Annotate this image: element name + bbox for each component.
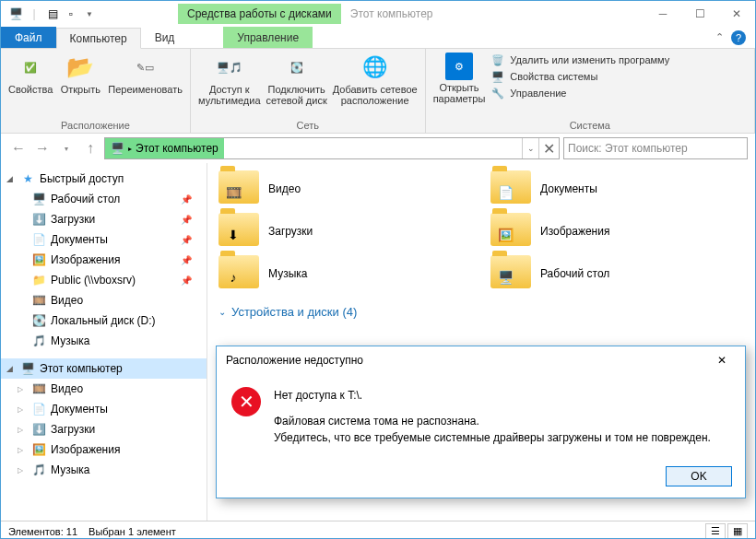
open-button[interactable]: 📂 Открыть: [58, 53, 102, 118]
expander-icon[interactable]: ▷: [18, 385, 27, 393]
sidebar-item[interactable]: ▷⬇️Загрузки: [1, 419, 207, 439]
ribbon: ✅ Свойства 📂 Открыть ✎▭ Переименовать Ра…: [1, 49, 755, 134]
sidebar-item[interactable]: 🎞️Видео: [1, 290, 207, 311]
pin-icon: 📌: [181, 235, 192, 245]
tab-computer[interactable]: Компьютер: [56, 28, 141, 49]
folder-item[interactable]: 🖼️Изображения: [490, 213, 744, 250]
minimize-button[interactable]: ─: [644, 1, 681, 27]
tab-view[interactable]: Вид: [141, 27, 189, 48]
open-settings-button[interactable]: ⚙ Открыть параметры: [433, 53, 486, 118]
map-drive-button[interactable]: 💽 Подключить сетевой диск: [266, 53, 327, 118]
breadcrumb[interactable]: 🖥️ ▸ Этот компьютер: [105, 138, 224, 158]
map-drive-icon: 💽: [282, 53, 312, 82]
folder-icon: 📄: [490, 170, 531, 204]
sidebar-item[interactable]: 💽Локальный диск (D:): [1, 311, 207, 331]
selected-count: Выбран 1 элемент: [89, 526, 176, 537]
sidebar-item[interactable]: 🖼️Изображения📌: [1, 250, 207, 270]
contextual-tab-title: Средства работы с дисками: [178, 4, 341, 24]
up-button[interactable]: ↑: [80, 138, 100, 158]
details-view-button[interactable]: ☰: [705, 523, 726, 540]
icons-view-button[interactable]: ▦: [727, 523, 748, 540]
expander-icon[interactable]: ▷: [18, 405, 27, 414]
sidebar-item[interactable]: ⬇️Загрузки📌: [1, 209, 207, 229]
recent-dropdown[interactable]: ▾: [56, 138, 77, 158]
open-icon: 📂: [65, 53, 95, 82]
rename-icon: ✎▭: [131, 53, 160, 82]
sidebar-quick-access[interactable]: ◢ ★ Быстрый доступ: [1, 169, 207, 189]
sidebar-item-label: Музыка: [51, 334, 89, 347]
folder-label: Загрузки: [268, 225, 313, 238]
folder-item[interactable]: ⬇Загрузки: [219, 213, 472, 250]
media-access-button[interactable]: 🖥️🎵 Доступ к мультимедиа: [198, 53, 261, 118]
documents-icon: 📄: [31, 402, 46, 416]
ok-button[interactable]: OK: [666, 466, 732, 486]
thispc-icon: 🖥️: [111, 142, 124, 155]
qat-new-icon[interactable]: ▫: [64, 6, 78, 21]
address-bar[interactable]: 🖥️ ▸ Этот компьютер ⌄ ✕: [104, 137, 560, 159]
refresh-button[interactable]: ✕: [538, 138, 559, 158]
divider: |: [27, 6, 41, 21]
expander-icon[interactable]: ◢: [6, 364, 16, 373]
ribbon-group-system: ⚙ Открыть параметры 🗑️ Удалить или измен…: [426, 49, 755, 133]
sidebar-item[interactable]: 🖥️Рабочий стол📌: [1, 189, 207, 209]
video-icon: 🎞️: [31, 381, 46, 396]
sidebar-item[interactable]: 📄Документы📌: [1, 229, 207, 250]
this-pc-label: Этот компьютер: [40, 362, 123, 375]
sidebar-this-pc[interactable]: ◢ 🖥️ Этот компьютер: [1, 358, 207, 379]
video-icon: 🎞️: [31, 293, 46, 308]
add-network-button[interactable]: 🌐 Добавить сетевое расположение: [333, 53, 418, 118]
sidebar-item-label: Public (\\vboxsrv): [51, 274, 136, 287]
qat-dropdown-icon[interactable]: ▼: [82, 6, 97, 21]
drive-icon: 💽: [31, 313, 46, 328]
dialog-line2: Файловая система тома не распознана.: [274, 413, 711, 429]
search-input[interactable]: Поиск: Этот компьютер: [563, 137, 748, 159]
maximize-button[interactable]: ☐: [681, 1, 718, 27]
sidebar-item[interactable]: ▷🖼️Изображения: [1, 439, 207, 460]
help-icon[interactable]: ?: [731, 30, 746, 45]
folder-item[interactable]: 📄Документы: [490, 170, 744, 207]
folder-item[interactable]: ♪Музыка: [219, 255, 472, 292]
address-dropdown-icon[interactable]: ⌄: [522, 138, 538, 158]
uninstall-button[interactable]: 🗑️ Удалить или изменить программу: [490, 53, 669, 67]
qat-properties-icon[interactable]: ▤: [45, 6, 60, 21]
expander-icon[interactable]: ▷: [18, 426, 27, 434]
back-button[interactable]: ←: [8, 138, 29, 158]
pictures-icon: 🖼️: [31, 252, 46, 267]
devices-section-header[interactable]: ⌄ Устройства и диски (4): [219, 305, 744, 319]
sidebar-item-label: Видео: [51, 294, 83, 307]
pictures-icon: 🖼️: [31, 442, 46, 457]
expander-icon[interactable]: ◢: [6, 174, 16, 183]
close-button[interactable]: ✕: [718, 1, 755, 27]
music-icon: 🎵: [31, 334, 46, 348]
devices-header-label: Устройства и диски (4): [231, 305, 357, 319]
collapse-ribbon-icon[interactable]: ⌃: [715, 31, 724, 43]
forward-button[interactable]: →: [32, 138, 53, 158]
sidebar-item[interactable]: 🎵Музыка: [1, 331, 207, 351]
titlebar: 🖥️ | ▤ ▫ ▼ Средства работы с дисками Это…: [1, 1, 755, 27]
add-network-icon: 🌐: [360, 53, 390, 82]
folder-label: Изображения: [540, 225, 609, 238]
search-placeholder: Поиск: Этот компьютер: [568, 142, 688, 155]
system-properties-button[interactable]: 🖥️ Свойства системы: [490, 69, 669, 84]
properties-button[interactable]: ✅ Свойства: [8, 53, 53, 118]
music-icon: 🎵: [31, 463, 46, 477]
expander-icon[interactable]: ▷: [18, 466, 27, 475]
expander-icon[interactable]: ▷: [18, 446, 27, 454]
sidebar-item[interactable]: ▷📄Документы: [1, 399, 207, 419]
tab-manage[interactable]: Управление: [223, 27, 313, 48]
sidebar-item[interactable]: 📁Public (\\vboxsrv)📌: [1, 270, 207, 290]
sidebar-item[interactable]: ▷🎵Музыка: [1, 460, 207, 480]
dialog-line3: Убедитесь, что все требуемые системные д…: [274, 429, 711, 446]
sidebar-item[interactable]: ▷🎞️Видео: [1, 379, 207, 399]
manage-button[interactable]: 🔧 Управление: [490, 86, 669, 100]
desktop-overlay-icon: 🖥️: [494, 268, 516, 287]
window-controls: ─ ☐ ✕: [644, 1, 755, 27]
tab-file[interactable]: Файл: [1, 27, 56, 48]
quick-access-toolbar: 🖥️ | ▤ ▫ ▼: [1, 6, 97, 21]
folder-item[interactable]: 🎞️Видео: [219, 170, 472, 207]
dialog-close-button[interactable]: ✕: [708, 354, 736, 367]
sidebar-item-label: Музыка: [51, 463, 89, 476]
rename-button[interactable]: ✎▭ Переименовать: [108, 53, 183, 118]
folder-item[interactable]: 🖥️Рабочий стол: [490, 255, 744, 292]
netfolder-icon: 📁: [31, 273, 46, 287]
